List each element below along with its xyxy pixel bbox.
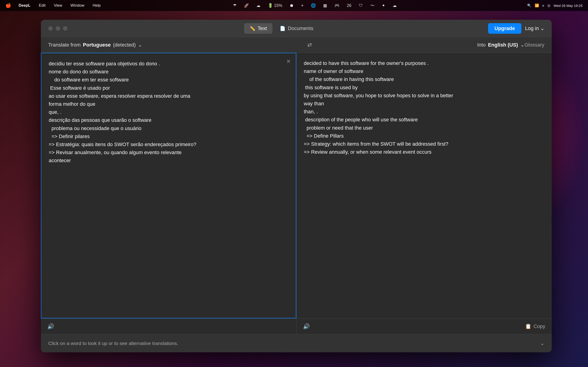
copy-icon: 📋 <box>525 323 531 329</box>
siri-icon[interactable]: ◎ <box>547 3 550 8</box>
translation-panel-footer: 🔊 📋 Copy <box>296 318 552 334</box>
login-chevron-icon: ⌄ <box>540 25 544 31</box>
translation-output: decided to have this software for the ow… <box>296 53 552 318</box>
translation-text: decided to have this software for the ow… <box>304 60 453 155</box>
upgrade-button[interactable]: Upgrade <box>488 23 521 34</box>
source-language-selector[interactable]: Translate from Portuguese (detected) ⌄ <box>48 42 142 48</box>
game-icon: 🎮 <box>334 3 339 8</box>
login-button[interactable]: Log in ⌄ <box>525 25 544 31</box>
from-prefix: Translate from <box>48 42 81 48</box>
source-panel: ✕ decidiu ter esse software para objetiv… <box>41 53 296 334</box>
tab-documents[interactable]: 📄 Documents <box>274 23 319 34</box>
detected-label: (detected) <box>113 42 136 48</box>
maximize-button[interactable] <box>63 26 68 31</box>
number-badge: 26 <box>347 3 351 8</box>
record-icon: ⏺ <box>290 3 294 8</box>
wave-icon: 〜 <box>370 3 374 8</box>
source-input[interactable]: decidiu ter esse software para objetivos… <box>41 53 296 318</box>
into-prefix: Into <box>477 42 486 48</box>
document-icon: 📄 <box>280 26 285 31</box>
apple-logo-icon: 🍎 <box>6 3 11 8</box>
swap-languages-icon[interactable]: ⇄ <box>307 42 312 48</box>
search-menu-icon[interactable]: 🔍 <box>527 3 531 8</box>
shield-icon: 🛡 <box>359 3 363 8</box>
copy-button[interactable]: 📋 Copy <box>525 323 545 329</box>
control-center-icon[interactable]: ≡ <box>542 4 544 8</box>
wifi-cloud-icon: ☁ <box>393 3 397 8</box>
target-lang-chevron-icon: ⌄ <box>520 42 524 48</box>
translate-area: Translate from Portuguese (detected) ⌄ ⇄… <box>41 37 552 352</box>
translation-panel: decided to have this software for the ow… <box>296 53 552 334</box>
target-language-name: English (US) <box>488 42 518 48</box>
translation-panels: ✕ decidiu ter esse software para objetiv… <box>41 53 552 334</box>
squares-icon: ▦ <box>323 3 327 8</box>
source-speaker-icon[interactable]: 🔊 <box>47 323 54 330</box>
target-language-selector[interactable]: Into English (US) ⌄ <box>477 42 524 48</box>
menubar: 🍎 DeepL Edit View Window Help ☂ 🚀 ☁ 🔋 15… <box>0 0 588 11</box>
tab-text[interactable]: ✏️ Text <box>244 23 272 34</box>
source-panel-footer: 🔊 <box>41 318 296 334</box>
translation-speaker-icon[interactable]: 🔊 <box>303 323 310 330</box>
tab-group: ✏️ Text 📄 Documents <box>244 23 319 34</box>
close-button[interactable] <box>48 26 53 31</box>
hint-chevron-icon[interactable]: ⌄ <box>540 340 544 346</box>
window-menu[interactable]: Window <box>69 2 86 9</box>
view-menu[interactable]: View <box>52 2 64 9</box>
datetime-display: Wed 26 May 19:25 <box>553 4 582 8</box>
rocket-icon: 🚀 <box>244 3 249 8</box>
minimize-button[interactable] <box>56 26 60 31</box>
language-bar: Translate from Portuguese (detected) ⌄ ⇄… <box>41 37 552 53</box>
hint-text: Click on a word to look it up or to see … <box>48 341 540 346</box>
battery-status: 🔋 15% <box>268 3 282 8</box>
login-label: Log in <box>525 25 539 31</box>
cloud-icon: ☁ <box>256 3 260 8</box>
tab-documents-label: Documents <box>288 25 313 31</box>
copy-label: Copy <box>534 323 545 329</box>
pen-icon: ✏️ <box>250 26 255 31</box>
help-menu[interactable]: Help <box>91 2 103 9</box>
hint-bar: Click on a word to look it up or to see … <box>41 334 552 352</box>
source-language-name: Portuguese <box>83 42 111 48</box>
app-name-menu[interactable]: DeepL <box>17 2 32 9</box>
umbrella-icon: ☂ <box>233 3 237 8</box>
glossary-button[interactable]: Glossary <box>524 42 544 48</box>
edit-menu[interactable]: Edit <box>37 2 47 9</box>
traffic-lights <box>48 26 68 31</box>
title-bar: ✏️ Text 📄 Documents Upgrade Log in ⌄ <box>41 20 552 37</box>
app-window: ✏️ Text 📄 Documents Upgrade Log in ⌄ Tra… <box>41 20 552 352</box>
cursor-icon: ⌖ <box>301 3 303 8</box>
wifi-icon: 📶 <box>535 3 539 8</box>
globe-icon: 🌐 <box>311 3 316 8</box>
source-lang-chevron-icon: ⌄ <box>138 42 142 48</box>
bluetooth-icon: ✦ <box>382 3 385 8</box>
clear-button[interactable]: ✕ <box>286 58 291 65</box>
tab-text-label: Text <box>258 25 267 31</box>
